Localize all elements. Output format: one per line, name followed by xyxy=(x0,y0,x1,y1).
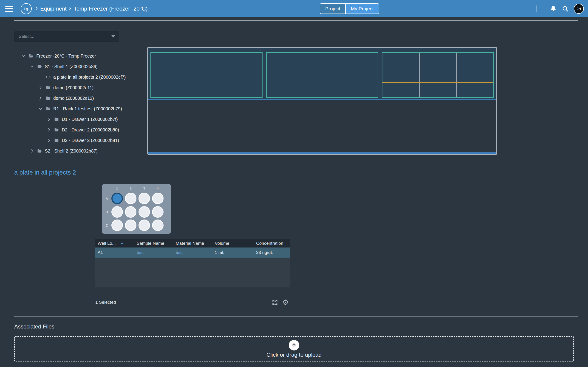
column-header[interactable]: Sample Name xyxy=(137,241,176,246)
concentration-value: 23 ng/uL xyxy=(256,250,273,255)
expand-icon[interactable] xyxy=(272,299,278,306)
equipment-page: tg ›Equipment›Temp Freezer (Freezer -20°… xyxy=(0,0,588,367)
rack-drawer-cell xyxy=(382,68,419,82)
sample-table: Well Lo...Sample NameMaterial NameVolume… xyxy=(95,239,290,287)
chevron-right-icon[interactable] xyxy=(38,85,43,90)
well-A2[interactable] xyxy=(125,193,137,204)
tree-item-label: S2 - Shelf 2 (Z000002b87) xyxy=(45,148,98,154)
shelf1-box-rack-1[interactable] xyxy=(382,52,494,98)
tree-item[interactable]: Freezer -20°C - Temp Freezer xyxy=(14,51,147,61)
user-avatar[interactable]: JH xyxy=(574,4,584,14)
chevron-down-icon[interactable] xyxy=(21,54,26,58)
table-empty-body xyxy=(95,258,290,287)
plate-column-label: 4 xyxy=(157,186,159,190)
plate-map: 1234ABC xyxy=(102,184,171,234)
well-B4[interactable] xyxy=(152,206,164,218)
well-C1[interactable] xyxy=(111,219,123,231)
chevron-down-icon[interactable] xyxy=(38,106,43,111)
well-A4[interactable] xyxy=(152,193,164,204)
sort-chevron-down-icon[interactable] xyxy=(120,241,124,245)
upload-arrow-icon xyxy=(289,340,299,350)
tree-item[interactable]: D2 - Drawer 2 (Z000002b80) xyxy=(14,125,147,135)
tree-item-label: D3 - Drawer 3 (Z000002b81) xyxy=(62,138,119,143)
chevron-right-icon[interactable] xyxy=(38,96,43,100)
rack-drawer-cell xyxy=(456,68,493,82)
project-scope-toggle: Project My Project xyxy=(320,3,379,14)
shelf-1-panel[interactable] xyxy=(148,48,496,100)
tree-item-label: R1 - Rack 1 testtest (Z000002b79) xyxy=(53,106,122,111)
cell-volume: 1 mL xyxy=(215,250,256,255)
column-header[interactable]: Material Name xyxy=(176,241,215,246)
toggle-my-project-button[interactable]: My Project xyxy=(345,4,379,14)
shelf-2-panel[interactable] xyxy=(148,100,496,154)
avatar-initials: JH xyxy=(577,7,581,10)
breadcrumb-item[interactable]: Temp Freezer (Freezer -20°C) xyxy=(74,6,148,12)
well-C4[interactable] xyxy=(152,219,164,231)
column-header[interactable]: Concentration xyxy=(256,241,290,246)
cell-material: test xyxy=(176,250,215,255)
well-B3[interactable] xyxy=(138,206,150,218)
plate-row-label: C xyxy=(106,223,108,227)
column-header-label: Well Lo... xyxy=(98,241,116,246)
rack-drawer-cell xyxy=(456,53,493,68)
folder-open-icon xyxy=(28,53,34,59)
column-header[interactable]: Volume xyxy=(215,241,256,246)
tree-item-label: a plate in all projects 2 (Z000002cf7) xyxy=(53,75,126,80)
breadcrumb: ›Equipment›Temp Freezer (Freezer -20°C) xyxy=(33,6,147,12)
rack-drawer-cell xyxy=(419,68,456,82)
app-header: tg ›Equipment›Temp Freezer (Freezer -20°… xyxy=(0,0,588,17)
volume-value: 1 mL xyxy=(215,250,225,255)
dropzone-label: Click or drag to upload xyxy=(267,352,321,358)
tree-item[interactable]: demo (Z000002e12) xyxy=(14,93,147,103)
well-A1[interactable] xyxy=(111,193,123,204)
sample-link[interactable]: test xyxy=(137,250,144,255)
gear-icon[interactable]: ⚙ xyxy=(282,299,289,306)
search-icon[interactable] xyxy=(562,5,569,12)
chevron-right-icon[interactable] xyxy=(30,149,34,153)
chevron-down-icon[interactable] xyxy=(30,64,34,69)
tree-item[interactable]: S2 - Shelf 2 (Z000002b87) xyxy=(14,146,147,156)
selection-status: 1 Selected xyxy=(95,300,116,305)
well-B2[interactable] xyxy=(125,206,137,218)
column-header-label: Concentration xyxy=(256,241,283,246)
chevron-right-icon[interactable] xyxy=(47,138,51,143)
cell-well: A1 xyxy=(98,250,137,255)
chevron-right-icon[interactable] xyxy=(47,117,51,122)
hamburger-menu-icon[interactable] xyxy=(5,6,13,12)
tree-item[interactable]: demo (Z000002e11) xyxy=(14,82,147,93)
plate-column-label: 2 xyxy=(130,186,132,190)
location-filter-select[interactable]: Select... xyxy=(14,31,119,42)
tree-item[interactable]: a plate in all projects 2 (Z000002cf7) xyxy=(14,72,147,82)
well-A3[interactable] xyxy=(138,193,150,204)
barcode-icon[interactable] xyxy=(536,6,545,12)
folder-icon xyxy=(45,85,51,90)
well-C2[interactable] xyxy=(125,219,137,231)
tree-item[interactable]: D3 - Drawer 3 (Z000002b81) xyxy=(14,135,147,146)
breadcrumb-separator-icon: › xyxy=(69,5,71,11)
well-C3[interactable] xyxy=(138,219,150,231)
breadcrumb-item[interactable]: Equipment xyxy=(40,6,67,12)
app-logo[interactable]: tg xyxy=(21,3,32,14)
cell-sample: test xyxy=(137,250,176,255)
column-header[interactable]: Well Lo... xyxy=(98,241,137,246)
rack-drawer-cell xyxy=(382,82,419,97)
shelf1-box-demo-1[interactable] xyxy=(150,52,262,98)
folder-icon xyxy=(54,138,60,143)
toggle-project-button[interactable]: Project xyxy=(320,4,345,14)
chevron-right-icon[interactable] xyxy=(47,127,51,132)
tree-item[interactable]: D1 - Drawer 1 (Z000002b7f) xyxy=(14,114,147,125)
header-actions: JH xyxy=(536,0,584,17)
notifications-bell-icon[interactable] xyxy=(550,5,557,12)
folder-icon xyxy=(37,148,43,154)
tree-item-label: S1 - Shelf 1 (Z000002b86) xyxy=(45,64,98,69)
tree-item[interactable]: R1 - Rack 1 testtest (Z000002b79) xyxy=(14,103,147,114)
table-row[interactable]: A1testtest1 mL23 ng/uL xyxy=(95,248,290,258)
column-header-label: Material Name xyxy=(176,241,204,246)
table-header: Well Lo...Sample NameMaterial NameVolume… xyxy=(95,239,290,248)
file-upload-dropzone[interactable]: Click or drag to upload xyxy=(14,336,574,361)
material-link[interactable]: test xyxy=(176,250,183,255)
shelf1-box-demo-2[interactable] xyxy=(266,52,378,98)
tree-item[interactable]: S1 - Shelf 1 (Z000002b86) xyxy=(14,61,147,72)
rack-grid xyxy=(382,53,493,97)
well-B1[interactable] xyxy=(111,206,123,218)
